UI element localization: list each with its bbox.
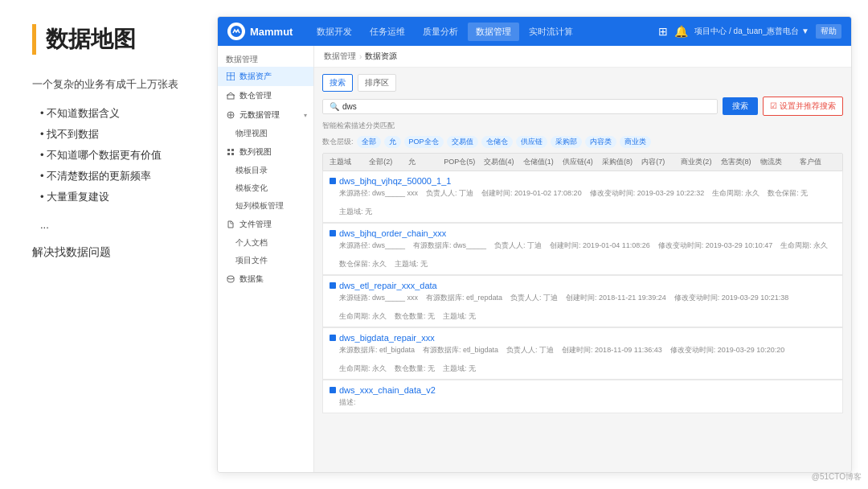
metadata-icon xyxy=(226,110,235,120)
chevron-down-icon: ▾ xyxy=(304,112,307,119)
search-input[interactable] xyxy=(342,102,710,111)
meta-modify: 修改变动时间: 2019-03-29 10:20:20 xyxy=(670,345,785,355)
sidebar-item-data-assets[interactable]: 数据资产 xyxy=(218,67,313,86)
page-title: 数据地图 xyxy=(46,24,136,55)
sidebar-sub-item-template-change[interactable]: 模板变化 xyxy=(218,179,313,197)
solve-text: 解决找数据问题 xyxy=(32,245,193,260)
sidebar-item-dataset[interactable]: 数据集 xyxy=(218,269,313,289)
meta-lifecycle: 生命周期: 永久 xyxy=(780,240,828,251)
list-item: 不知道哪个数据更有价值 xyxy=(32,148,193,162)
sidebar-item-warehouse[interactable]: 数仓管理 xyxy=(218,86,313,105)
app-header: Mammut 数据开发 任务运维 质量分析 数据管理 实时流计算 ⊞ 🔔 项目中… xyxy=(218,17,851,46)
nav-item-task[interactable]: 任务运维 xyxy=(362,23,413,41)
page-title-wrapper: 数据地图 xyxy=(32,24,193,55)
filter-tag-content[interactable]: 内容类 xyxy=(585,136,616,148)
app-nav: 数据开发 任务运维 质量分析 数据管理 实时流计算 xyxy=(309,23,658,41)
search-type-btn-sort[interactable]: 排序区 xyxy=(358,74,396,92)
col-purchase[interactable]: 采购值(8) xyxy=(602,157,638,167)
row-title[interactable]: dws_bjhq_vjhqz_50000_1_1 xyxy=(339,176,836,186)
col-harm[interactable]: 危害类(8) xyxy=(721,157,757,167)
filter-tag-all[interactable]: 全部 xyxy=(357,136,381,148)
col-allow[interactable]: 允 xyxy=(408,157,440,167)
meta-count: 数仓数量: 无 xyxy=(395,364,435,374)
list-item: 找不到数据 xyxy=(32,127,193,142)
table-row: dws_bigdata_repair_xxx 来源数据库: etl_bigdat… xyxy=(322,327,843,380)
nav-item-realtime[interactable]: 实时流计算 xyxy=(521,23,581,41)
table-row: dws_bjhq_order_chain_xxx 来源路径: dws_____ … xyxy=(322,223,843,275)
row-meta: 来源路径: dws_____ xxx 负责人人: 丁迪 创建时间: 2019-0… xyxy=(330,188,836,217)
search-button[interactable]: 搜索 xyxy=(723,97,758,115)
app-logo: Mammut xyxy=(227,23,293,40)
col-pop[interactable]: POP仓(5) xyxy=(444,157,480,167)
meta-create: 创建时间: 2018-11-09 11:36:43 xyxy=(562,345,662,355)
meta-modify: 修改变动时间: 2019-03-29 10:21:38 xyxy=(674,293,789,303)
row-title[interactable]: dws_etl_repair_xxx_data xyxy=(339,281,836,290)
breadcrumb-item[interactable]: 数据管理 xyxy=(324,51,356,62)
col-customer[interactable]: 客户值 xyxy=(800,157,836,167)
breadcrumb-sep: › xyxy=(359,52,362,61)
grid-icon[interactable]: ⊞ xyxy=(658,25,668,38)
col-business[interactable]: 商业类(2) xyxy=(681,157,717,167)
table-row: dws_xxx_chain_data_v2 描述: xyxy=(322,380,843,413)
search-type-btn-search[interactable]: 搜索 xyxy=(322,74,353,92)
table-filter-label: 数仓层级: xyxy=(322,137,354,147)
bell-icon[interactable]: 🔔 xyxy=(674,25,688,38)
breadcrumb: 数据管理 › 数据资源 xyxy=(314,46,851,68)
sidebar-section-title: 数据管理 xyxy=(218,51,313,67)
nav-item-quality[interactable]: 质量分析 xyxy=(415,23,466,41)
filter-tag-trade[interactable]: 交易值 xyxy=(447,136,478,148)
filter-tag-pop[interactable]: POP全仓 xyxy=(404,136,444,148)
advanced-search-btn[interactable]: ☑ 设置并推荐搜索 xyxy=(763,97,843,116)
meta-topic: 主题域: 无 xyxy=(339,207,372,217)
filter-tag-business[interactable]: 商业类 xyxy=(620,136,651,148)
col-trade[interactable]: 交易值(4) xyxy=(484,157,520,167)
nav-item-data-mgmt[interactable]: 数据管理 xyxy=(468,23,519,41)
nav-item-data-dev[interactable]: 数据开发 xyxy=(309,23,360,41)
row-meta: 来源路径: dws_____ 有源数据库: dws_____ 负责人人: 丁迪 … xyxy=(330,240,836,269)
meta-backup: 数仓保留: 永久 xyxy=(339,259,387,269)
filter-tag-purchase[interactable]: 采购部 xyxy=(551,136,582,148)
sidebar-sub-item-template[interactable]: 模板目录 xyxy=(218,162,313,179)
warehouse-icon xyxy=(226,91,235,101)
row-meta: 来源链路: dws_____ xxx 有源数据库: etl_repdata 负责… xyxy=(330,293,836,322)
col-logistics[interactable]: 物流类 xyxy=(760,157,796,167)
col-supply[interactable]: 供应链(4) xyxy=(563,157,599,167)
sidebar-label: 数据资产 xyxy=(240,71,272,82)
filter-row: 智能检索描述分类匹配 xyxy=(322,121,843,131)
sidebar-sub-item-physical[interactable]: 物理视图 xyxy=(218,125,313,142)
help-btn[interactable]: 帮助 xyxy=(816,24,841,39)
sidebar-label: 数据集 xyxy=(240,273,264,285)
row-title[interactable]: dws_bigdata_repair_xxx xyxy=(339,333,836,343)
col-content[interactable]: 内容(7) xyxy=(641,157,678,167)
app-body: 数据管理 数据资产 数仓管理 xyxy=(218,46,851,472)
header-right: ⊞ 🔔 项目中心 / da_tuan_惠普电台 ▼ 帮助 xyxy=(658,24,841,39)
svg-rect-8 xyxy=(227,149,230,151)
row-type-badge xyxy=(330,178,336,184)
meta-create: 创建时间: 2018-11-21 19:39:24 xyxy=(566,293,666,303)
subtitle: 一个复杂的业务有成千上万张表 xyxy=(32,77,193,92)
col-storage[interactable]: 仓储值(1) xyxy=(523,157,559,167)
content-area: 搜索 排序区 🔍 搜索 ☑ 设置并推荐搜索 xyxy=(314,68,851,472)
search-input-wrapper[interactable]: 🔍 xyxy=(322,99,718,114)
header-project[interactable]: 项目中心 / da_tuan_惠普电台 ▼ xyxy=(694,26,809,37)
sidebar-sub-item-project-file[interactable]: 项目文件 xyxy=(218,252,313,269)
app-logo-text: Mammut xyxy=(250,26,293,38)
table-icon xyxy=(226,72,235,81)
filter-tag-supply[interactable]: 供应链 xyxy=(516,136,547,148)
sidebar-item-metadata[interactable]: 元数据管理 ▾ xyxy=(218,105,313,125)
sidebar-sub-item-personal-doc[interactable]: 个人文档 xyxy=(218,234,313,252)
app-main: 数据管理 › 数据资源 搜索 排序区 🔍 xyxy=(314,46,851,472)
filter-tag-storage[interactable]: 仓储仓 xyxy=(481,136,513,148)
filter-tag-allow[interactable]: 允 xyxy=(384,136,401,148)
meta-path: 来源链路: dws_____ xxx xyxy=(339,293,418,303)
sidebar-item-data-view[interactable]: 数列视图 xyxy=(218,142,313,162)
row-title[interactable]: dws_bjhq_order_chain_xxx xyxy=(339,228,836,238)
row-type-badge xyxy=(330,230,336,236)
row-title[interactable]: dws_xxx_chain_data_v2 xyxy=(339,385,836,395)
col-all[interactable]: 全部(2) xyxy=(369,157,405,167)
meta-owner: 负责人人: 丁迪 xyxy=(510,293,558,303)
sidebar-item-file-mgmt[interactable]: 文件管理 xyxy=(218,215,313,234)
sidebar-sub-item-template-mgmt[interactable]: 短列模板管理 xyxy=(218,197,313,215)
row-type-badge xyxy=(330,282,336,289)
list-item: 不知道数据含义 xyxy=(32,106,193,121)
